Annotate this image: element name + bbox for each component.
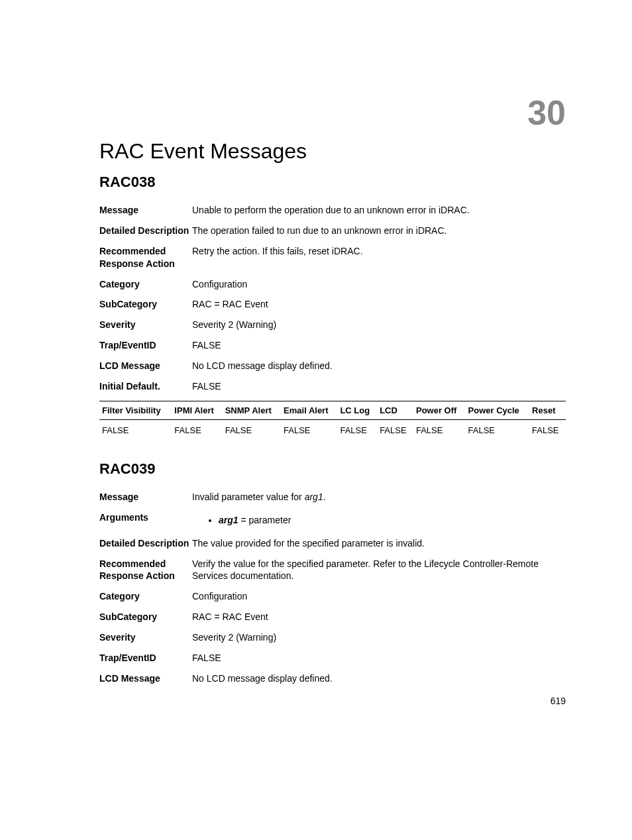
- field-row: Category Configuration: [99, 590, 566, 603]
- arguments-list: arg1 = parameter: [192, 514, 566, 527]
- alerts-table-rac038: Filter Visibility IPMI Alert SNMP Alert …: [99, 401, 566, 441]
- field-row: Category Configuration: [99, 278, 566, 291]
- td-power-cycle: FALSE: [466, 419, 530, 441]
- field-value-initial: FALSE: [192, 380, 566, 393]
- field-row: Detailed Description The value provided …: [99, 537, 566, 550]
- chapter-number: 30: [527, 93, 566, 132]
- td-ipmi-alert: FALSE: [172, 419, 222, 441]
- field-value-severity: Severity 2 (Warning): [192, 631, 566, 644]
- field-label-lcd: LCD Message: [99, 360, 192, 372]
- td-lc-log: FALSE: [337, 419, 377, 441]
- field-row: Recommended Response Action Retry the ac…: [99, 245, 566, 270]
- field-row: Severity Severity 2 (Warning): [99, 319, 566, 331]
- field-value-subcategory: RAC = RAC Event: [192, 298, 566, 311]
- field-label-subcategory: SubCategory: [99, 611, 192, 623]
- td-filter-visibility: FALSE: [99, 419, 172, 441]
- field-value-recommended: Retry the action. If this fails, reset i…: [192, 245, 566, 270]
- table-header-row: Filter Visibility IPMI Alert SNMP Alert …: [99, 401, 566, 419]
- field-value-message: Unable to perform the operation due to a…: [192, 204, 566, 217]
- field-value-trap: FALSE: [192, 652, 566, 664]
- th-reset: Reset: [529, 401, 566, 419]
- th-lc-log: LC Log: [337, 401, 377, 419]
- field-row: LCD Message No LCD message display defin…: [99, 672, 566, 685]
- field-row: Trap/EventID FALSE: [99, 339, 566, 352]
- field-label-category: Category: [99, 278, 192, 291]
- field-value-message: Invalid parameter value for arg1.: [192, 491, 566, 503]
- td-snmp-alert: FALSE: [223, 419, 281, 441]
- field-value-lcd: No LCD message display defined.: [192, 360, 566, 372]
- field-label-detailed: Detailed Description: [99, 537, 192, 550]
- field-label-subcategory: SubCategory: [99, 298, 192, 311]
- field-row: Message Unable to perform the operation …: [99, 204, 566, 217]
- field-label-category: Category: [99, 590, 192, 603]
- field-value-category: Configuration: [192, 590, 566, 603]
- field-row: Severity Severity 2 (Warning): [99, 631, 566, 644]
- field-label-severity: Severity: [99, 631, 192, 644]
- field-label-message: Message: [99, 204, 192, 217]
- field-row: Arguments arg1 = parameter: [99, 511, 566, 529]
- message-prefix: Invalid parameter value for: [192, 492, 305, 502]
- td-power-off: FALSE: [413, 419, 466, 441]
- argument-item: arg1 = parameter: [219, 514, 566, 527]
- field-value-severity: Severity 2 (Warning): [192, 319, 566, 331]
- field-row: SubCategory RAC = RAC Event: [99, 611, 566, 623]
- field-label-trap: Trap/EventID: [99, 652, 192, 664]
- th-power-off: Power Off: [413, 401, 466, 419]
- td-email-alert: FALSE: [281, 419, 337, 441]
- field-row: Detailed Description The operation faile…: [99, 225, 566, 237]
- td-reset: FALSE: [529, 419, 566, 441]
- field-value-arguments: arg1 = parameter: [192, 511, 566, 529]
- table-row: FALSE FALSE FALSE FALSE FALSE FALSE FALS…: [99, 419, 566, 441]
- message-suffix: .: [323, 492, 326, 502]
- field-label-recommended: Recommended Response Action: [99, 558, 192, 583]
- field-value-recommended: Verify the value for the specified param…: [192, 558, 566, 583]
- field-row: SubCategory RAC = RAC Event: [99, 298, 566, 311]
- page-container: 30 RAC Event Messages RAC038 Message Una…: [0, 0, 632, 733]
- th-email-alert: Email Alert: [281, 401, 337, 419]
- field-value-trap: FALSE: [192, 339, 566, 352]
- section-heading-rac038: RAC038: [99, 174, 566, 191]
- message-arg: arg1: [305, 492, 323, 502]
- field-value-detailed: The operation failed to run due to an un…: [192, 225, 566, 237]
- field-value-category: Configuration: [192, 278, 566, 291]
- td-lcd: FALSE: [377, 419, 413, 441]
- th-snmp-alert: SNMP Alert: [223, 401, 281, 419]
- page-title: RAC Event Messages: [99, 139, 566, 164]
- field-value-lcd: No LCD message display defined.: [192, 672, 566, 685]
- field-row: Recommended Response Action Verify the v…: [99, 558, 566, 583]
- field-label-lcd: LCD Message: [99, 672, 192, 685]
- arg-name: arg1: [219, 515, 238, 525]
- th-filter-visibility: Filter Visibility: [99, 401, 172, 419]
- page-number: 619: [551, 696, 566, 706]
- field-row: LCD Message No LCD message display defin…: [99, 360, 566, 372]
- field-value-detailed: The value provided for the specified par…: [192, 537, 566, 550]
- field-row: Message Invalid parameter value for arg1…: [99, 491, 566, 503]
- th-lcd: LCD: [377, 401, 413, 419]
- th-ipmi-alert: IPMI Alert: [172, 401, 222, 419]
- field-row: Initial Default. FALSE: [99, 380, 566, 393]
- field-label-severity: Severity: [99, 319, 192, 331]
- field-label-recommended: Recommended Response Action: [99, 245, 192, 270]
- section-heading-rac039: RAC039: [99, 460, 566, 478]
- field-label-message: Message: [99, 491, 192, 503]
- th-power-cycle: Power Cycle: [466, 401, 530, 419]
- field-label-detailed: Detailed Description: [99, 225, 192, 237]
- field-row: Trap/EventID FALSE: [99, 652, 566, 664]
- arg-desc: = parameter: [238, 515, 291, 525]
- field-value-subcategory: RAC = RAC Event: [192, 611, 566, 623]
- field-label-trap: Trap/EventID: [99, 339, 192, 352]
- field-label-initial: Initial Default.: [99, 380, 192, 393]
- field-label-arguments: Arguments: [99, 511, 192, 529]
